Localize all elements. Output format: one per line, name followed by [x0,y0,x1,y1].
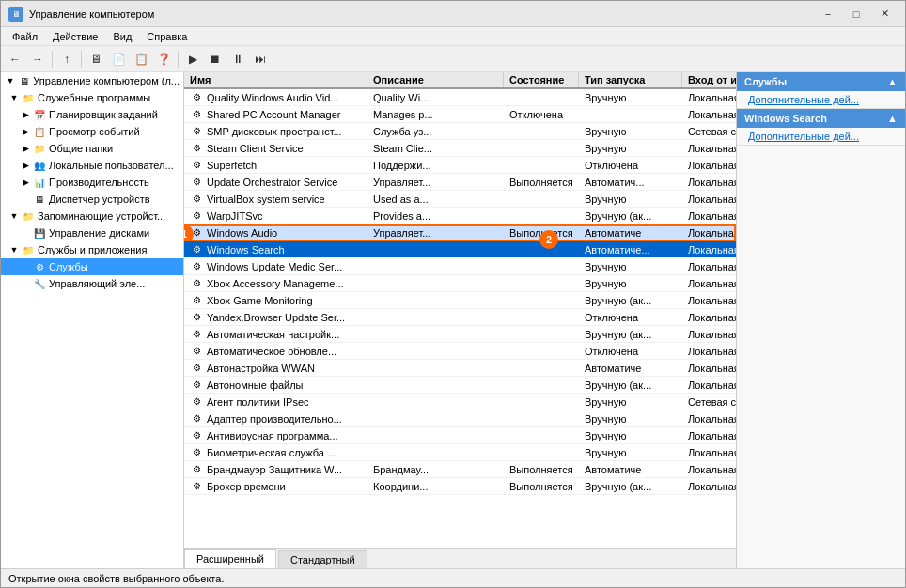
expand-svc-apps[interactable]: ▼ [8,244,20,255]
service-row[interactable]: ⚙WarpJITSvc Provides a... Вручную (ак...… [184,208,736,224]
expand-services[interactable]: ▼ [8,92,20,103]
svc-status-cell: Отключена [504,106,579,122]
svc-login-cell: Сетевая служба [682,394,736,410]
service-row[interactable]: ⚙Xbox Accessory Manageme... Вручную Лока… [184,275,736,292]
actions-item-more-2[interactable]: Дополнительные дей... [737,128,905,145]
expand-storage[interactable]: ▼ [8,210,20,222]
tree-svc-apps[interactable]: ▼ 📁 Службы и приложения [1,241,183,258]
tree-folders[interactable]: ▶ 📁 Общие папки [1,140,183,157]
tab-standard[interactable]: Стандартный [278,550,367,568]
play-button[interactable]: ▶ [182,49,203,70]
tree-scheduler[interactable]: ▶ 📅 Планировщик заданий [1,106,183,123]
menu-action[interactable]: Действие [45,29,105,44]
service-row[interactable]: ⚙Update Orchestrator Service Управляет..… [184,174,736,191]
show-hide-button[interactable]: 🖥 [86,49,106,70]
back-button[interactable]: ← [5,49,25,70]
actions-title-services: Службы ▲ [737,72,905,91]
col-name[interactable]: Имя [184,72,367,87]
expand-events[interactable]: ▶ [20,126,31,137]
svc-status-cell [504,275,579,291]
tree-users[interactable]: ▶ 👥 Локальные пользовател... [1,157,183,174]
menu-view[interactable]: Вид [105,29,139,44]
svc-login-cell: Локальная слу... [682,343,736,359]
expand-folders[interactable]: ▶ [20,143,31,154]
col-status[interactable]: Состояние [504,72,579,87]
svc-status-cell [504,394,579,410]
expand-users[interactable]: ▶ [20,160,31,171]
close-button[interactable]: ✕ [871,5,898,23]
service-row[interactable]: ⚙Автоматическая настройк... Вручную (ак.… [184,326,736,343]
service-row[interactable]: ⚙Автонастройка WWAN Автоматиче Локальная… [184,360,736,377]
tree-wmi[interactable]: ▶ 🔧 Управляющий эле... [1,275,183,292]
svc-name-cell: ⚙Shared PC Account Manager [184,106,367,122]
expand-scheduler[interactable]: ▶ [20,109,31,120]
services-body: ⚙Quality Windows Audio Vid... Quality Wi… [184,89,736,548]
service-row[interactable]: ⚙SMP дисковых пространст... Служба уз...… [184,123,736,140]
stop-button[interactable]: ⏹ [205,49,226,70]
tree-root[interactable]: ▼ 🖥 Управление компьютером (л... [1,72,183,89]
actions-collapse-2-icon[interactable]: ▲ [887,113,898,124]
tree-devices[interactable]: ▶ 🖥 Диспетчер устройств [1,191,183,208]
service-row[interactable]: ⚙Брокер времени Координи... Выполняется … [184,478,736,495]
help-button[interactable]: ❓ [153,49,174,70]
service-row[interactable]: ⚙Автономные файлы Вручную (ак... Локальн… [184,377,736,394]
svc-row-icon: ⚙ [190,463,203,476]
menu-help[interactable]: Справка [139,29,195,44]
window-title: Управление компьютером [29,8,815,20]
svc-desc-cell [367,258,504,274]
service-row[interactable]: ⚙Shared PC Account Manager Manages p... … [184,106,736,123]
up-button[interactable]: ↑ [56,49,77,70]
expand-root[interactable]: ▼ [5,75,16,86]
service-row[interactable]: ⚙Quality Windows Audio Vid... Quality Wi… [184,89,736,106]
svc-startup-cell: Отключена [579,343,682,359]
service-row[interactable]: ⚙Steam Client Service Steam Clie... Вруч… [184,140,736,157]
tree-root-label: Управление компьютером (л... [33,75,180,86]
service-row[interactable]: ⚙Автоматическое обновле... Отключена Лок… [184,343,736,360]
events-icon: 📋 [33,125,46,138]
svc-desc-cell: Брандмау... [367,461,504,477]
svc-login-cell: Локальная сис... [682,292,736,308]
tree-services-node[interactable]: ▼ 📁 Служебные программы [1,89,183,106]
col-login[interactable]: Вход от имени [682,72,736,87]
service-row[interactable]: ⚙VirtualBox system service Used as a... … [184,191,736,208]
service-row-windows-audio[interactable]: ⚙ Windows Audio 1 Управляет... Выполняет… [184,224,736,241]
tree-events[interactable]: ▶ 📋 Просмотр событий [1,123,183,140]
service-row[interactable]: ⚙Брандмауэр Защитника W... Брандмау... В… [184,461,736,478]
col-startup[interactable]: Тип запуска [579,72,682,87]
service-row[interactable]: ⚙Агент политики IPsec Вручную Сетевая сл… [184,394,736,410]
pause-button[interactable]: ⏸ [227,49,248,70]
service-row[interactable]: ⚙Биометрическая служба ... Вручную Локал… [184,444,736,461]
actions-item-more-1[interactable]: Дополнительные дей... [737,91,905,108]
services-folder-icon: 📁 [22,91,35,104]
col-desc[interactable]: Описание [367,72,504,87]
maximize-button[interactable]: □ [843,5,869,23]
minimize-button[interactable]: − [815,5,841,23]
tree-perf[interactable]: ▶ 📊 Производительность [1,174,183,191]
export-button[interactable]: 📄 [108,49,129,70]
svc-desc-cell [367,410,504,426]
service-row[interactable]: ⚙Superfetch Поддержи... Отключена Локаль… [184,157,736,174]
tree-services-selected[interactable]: ▶ ⚙ Службы [1,258,183,275]
svc-login-cell: Локальная сис... [682,140,736,156]
expand-perf[interactable]: ▶ [20,177,31,188]
service-row[interactable]: ⚙Адаптер производительно... Вручную Лока… [184,410,736,427]
svc-login-cell: Локальная сис... [682,174,736,190]
skip-button[interactable]: ⏭ [250,49,271,70]
service-row[interactable]: ⚙Антивирусная программа... Вручную Локал… [184,427,736,444]
tree-disks[interactable]: ▶ 💾 Управление дисками [1,224,183,241]
menu-file[interactable]: Файл [5,29,45,44]
import-button[interactable]: 📋 [131,49,151,70]
tree-folders-label: Общие папки [49,143,113,154]
tree-storage[interactable]: ▼ 📁 Запоминающие устройст... [1,208,183,224]
service-row[interactable]: ⚙Windows Update Medic Ser... Вручную Лок… [184,258,736,275]
service-row[interactable]: ⚙Xbox Game Monitoring Вручную (ак... Лок… [184,292,736,309]
tree-storage-label: Запоминающие устройст... [38,210,165,222]
service-row-windows-search[interactable]: ⚙ Windows Search Автоматиче... Локальная… [184,241,736,258]
svc-login-cell: Локальная сис... [682,224,736,240]
tab-extended[interactable]: Расширенный [184,549,276,568]
forward-button[interactable]: → [27,49,48,70]
actions-collapse-icon[interactable]: ▲ [887,76,898,87]
devices-icon: 🖥 [33,193,46,206]
tree-disks-label: Управление дисками [49,227,149,239]
service-row[interactable]: ⚙Yandex.Browser Update Ser... Отключена … [184,309,736,326]
